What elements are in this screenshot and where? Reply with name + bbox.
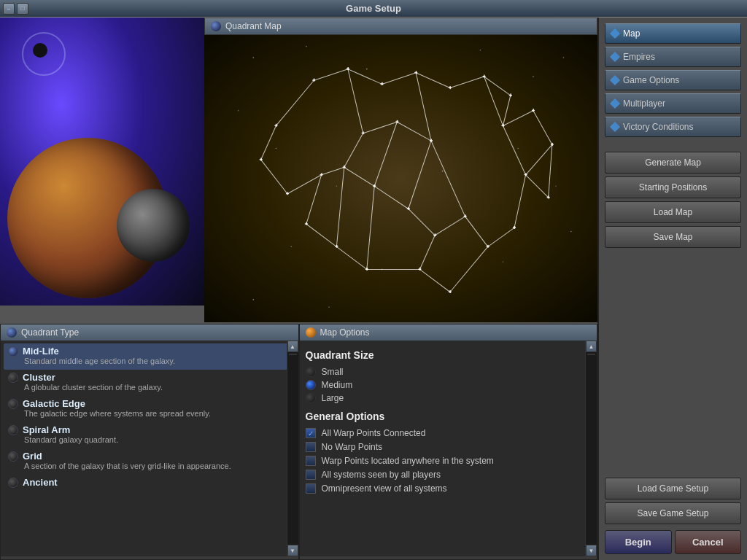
diamond-icon-game-options [610,75,620,85]
svg-rect-66 [382,82,383,85]
size-medium[interactable]: Medium [306,380,592,390]
list-item[interactable]: Mid-Life Standard middle age section of … [4,343,295,370]
scroll-down-btn[interactable]: ▼ [287,545,298,556]
save-map-button[interactable]: Save Map [605,226,741,248]
svg-point-9 [442,171,444,172]
size-large[interactable]: Large [306,393,592,403]
svg-line-33 [344,167,374,186]
svg-point-5 [563,57,565,58]
quadrant-type-list[interactable]: Mid-Life Standard middle age section of … [1,341,298,556]
map-options-title: Map Options [320,327,370,338]
svg-line-56 [306,224,336,246]
sidebar-item-empires[interactable]: Empires [605,47,741,67]
qt-icon-2 [8,399,18,409]
svg-rect-82 [321,173,322,176]
svg-rect-70 [449,86,451,89]
list-item[interactable]: Grid A section of the galaxy that is ver… [4,448,295,475]
svg-point-10 [517,148,519,149]
starting-positions-button[interactable]: Starting Positions [605,176,741,198]
load-map-button[interactable]: Load Map [605,201,741,223]
qt-icon-5 [8,478,18,488]
map-options-header: Map Options [300,324,597,341]
sidebar-item-victory-conditions[interactable]: Victory Conditions [605,117,741,137]
svg-point-2 [366,69,368,70]
map-header-icon [211,21,221,31]
svg-line-25 [261,125,276,160]
quadrant-map-panel: Quadrant Map [204,18,597,324]
svg-point-14 [290,246,292,247]
svg-point-4 [533,76,534,77]
svg-rect-96 [503,124,504,127]
scroll-thumb[interactable] [289,354,297,355]
quadrant-map-title: Quadrant Map [225,21,282,31]
svg-line-52 [419,236,435,270]
checkbox-0 [306,428,316,438]
option-warp-connected[interactable]: All Warp Points Connected [306,428,592,438]
svg-point-7 [276,148,277,149]
svg-rect-68 [416,71,417,74]
quadrant-type-panel: Quadrant Type Mid-Life Standard middle a… [0,324,299,560]
list-item[interactable]: Spiral Arm Standard galaxy quadrant. [4,422,295,448]
mo-scroll-down[interactable]: ▼ [586,545,597,556]
cancel-button[interactable]: Cancel [675,530,742,554]
svg-line-58 [336,246,366,269]
svg-rect-114 [306,222,307,225]
right-sidebar: Map Empires Game Options Multiplayer Vic… [597,18,747,560]
qt-icon-4 [8,451,18,462]
option-omnipresent[interactable]: Omnipresent view of all systems [306,483,592,494]
qt-scrollbar[interactable]: ▲ ▼ [287,341,298,556]
general-options-label: General Options [306,411,592,422]
begin-button[interactable]: Begin [605,530,672,554]
bottom-panels: Quadrant Type Mid-Life Standard middle a… [0,324,597,560]
svg-line-44 [503,96,510,125]
svg-point-17 [328,306,330,308]
checkbox-2 [306,456,316,466]
maximize-button[interactable]: □ [17,3,28,15]
svg-line-36 [409,141,431,209]
svg-point-0 [252,57,254,58]
svg-rect-84 [363,131,364,134]
save-game-setup-button[interactable]: Save Game Setup [605,502,741,524]
map-canvas[interactable] [204,35,597,322]
diamond-icon-multiplayer [610,98,620,109]
qt-icon-3 [8,425,18,435]
scroll-up-btn[interactable]: ▲ [287,341,298,352]
minimize-button[interactable]: – [3,3,15,15]
svg-line-50 [488,228,514,246]
mo-scrollbar[interactable]: ▲ ▼ [585,341,597,556]
svg-line-24 [276,80,314,125]
svg-line-46 [409,209,435,235]
svg-line-31 [416,73,431,141]
map-options-content: Quadrant Size Small Medium [300,341,597,556]
list-item[interactable]: Ancient [4,475,295,490]
svg-line-22 [450,77,484,88]
svg-rect-100 [551,143,553,146]
list-item[interactable]: Cluster A globular cluster section of th… [4,370,295,396]
svg-rect-104 [548,195,549,198]
sidebar-item-multiplayer[interactable]: Multiplayer [605,93,741,114]
svg-line-37 [484,77,503,125]
mo-scroll-up[interactable]: ▲ [586,341,597,352]
svg-line-20 [382,73,417,85]
load-game-setup-button[interactable]: Load Game Setup [605,478,741,499]
quadrant-type-title: Quadrant Type [21,327,79,338]
generate-map-button[interactable]: Generate Map [605,152,741,174]
svg-rect-108 [465,214,466,217]
quadrant-map-header: Quadrant Map [204,18,597,35]
quadrant-size-label: Quadrant Size [306,349,592,361]
svg-rect-122 [449,290,451,293]
list-item[interactable]: Galactic Edge The galactic edge where sy… [4,396,295,422]
option-no-warp[interactable]: No Warp Points [306,442,592,452]
option-warp-anywhere[interactable]: Warp Points located anywhere in the syst… [306,456,592,466]
size-small[interactable]: Small [306,367,592,377]
svg-point-6 [238,110,239,112]
svg-line-42 [526,175,549,198]
option-all-seen[interactable]: All systems seen by all players [306,470,592,480]
sidebar-item-game-options[interactable]: Game Options [605,70,741,90]
checkbox-3 [306,470,316,480]
mo-scroll-thumb[interactable] [587,354,595,355]
svg-rect-106 [435,233,436,236]
diamond-icon-empires [610,52,620,62]
svg-rect-92 [374,184,376,187]
sidebar-item-map[interactable]: Map [605,23,741,44]
